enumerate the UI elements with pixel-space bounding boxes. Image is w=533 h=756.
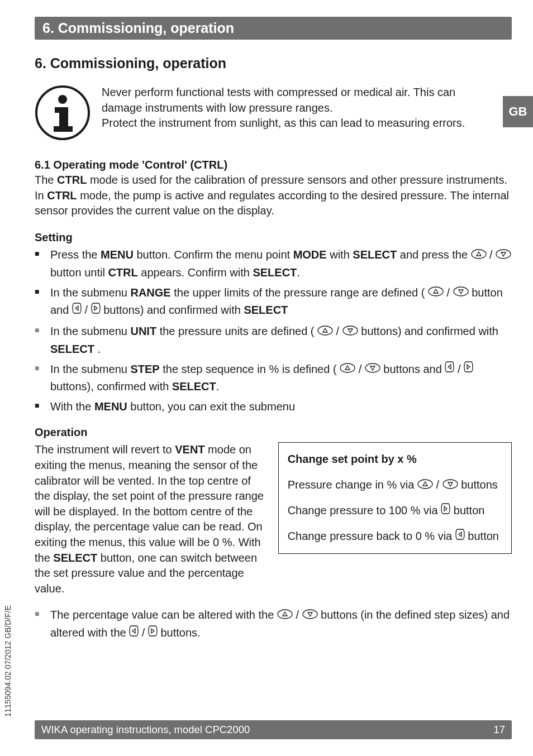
text: buttons) and confirmed with [361, 325, 498, 337]
footer-title: WIKA operating instructions, model CPC20… [41, 724, 250, 736]
down-oval-icon [453, 284, 469, 301]
setpoint-box: Change set point by x % Pressure change … [278, 442, 512, 553]
down-oval-icon [496, 247, 511, 264]
text: . [297, 266, 300, 279]
box-line: Change pressure to 100 % via button [288, 502, 502, 520]
left-rect-icon [129, 625, 139, 642]
ctrl-word: CTRL [108, 266, 137, 279]
info-notice-text: Never perform functional tests with comp… [102, 85, 512, 131]
svg-rect-6 [54, 126, 73, 132]
section-title: 6. Commissioning, operation [35, 55, 512, 71]
ctrl-word: CTRL [47, 189, 77, 202]
down-oval-icon [342, 323, 358, 340]
up-oval-icon [428, 284, 444, 301]
select-word: SELECT [53, 552, 97, 564]
text: button until [50, 266, 108, 279]
text: the pressure units are defined ( [156, 325, 317, 337]
operation-heading: Operation [35, 426, 512, 439]
box-title: Change set point by x % [288, 451, 502, 467]
text: . [94, 343, 101, 355]
text: Press the [50, 248, 101, 261]
select-word: SELECT [253, 266, 297, 279]
left-rect-icon [455, 528, 465, 545]
range-word: RANGE [130, 286, 170, 299]
unit-word: UNIT [130, 325, 156, 337]
text: The [35, 174, 57, 186]
down-oval-icon [302, 607, 318, 624]
ctrl-word: CTRL [57, 174, 87, 186]
text: with [327, 248, 353, 261]
up-oval-icon [417, 477, 433, 494]
text: the step sequence in % is defined ( [160, 363, 340, 375]
setting-list: Press the MENU button. Confirm the menu … [35, 246, 512, 415]
down-oval-icon [365, 361, 380, 377]
text: . [216, 380, 220, 393]
box-line: Change pressure back to 0 % via button [288, 528, 502, 546]
box-line: Pressure change in % via / buttons [288, 476, 502, 494]
header-bar: 6. Commissioning, operation [35, 17, 512, 40]
language-code: GB [509, 104, 527, 119]
up-oval-icon [340, 361, 355, 377]
text: In the submenu [50, 325, 130, 337]
text: The percentage value can be altered with… [50, 609, 277, 621]
page-number: 17 [493, 724, 505, 736]
right-rect-icon [441, 503, 450, 519]
text: button, you can exit the submenu [127, 400, 295, 413]
text: button. Confirm the menu point [134, 248, 293, 261]
text: mode, the pump is active and regulates a… [35, 189, 509, 217]
right-rect-icon [148, 625, 158, 642]
select-word: SELECT [50, 343, 94, 355]
text: In the submenu [50, 286, 130, 299]
document-id-side: 11155094.02 07/2012 GB/D/F/E [3, 605, 12, 717]
menu-word: MENU [94, 400, 127, 413]
text: In the submenu [50, 363, 130, 375]
header-title: 6. Commissioning, operation [42, 20, 234, 36]
right-rect-icon [91, 302, 101, 319]
language-tab: GB [503, 96, 533, 127]
list-item: In the submenu STEP the step sequence in… [35, 361, 512, 395]
up-oval-icon [317, 323, 333, 340]
select-word: SELECT [172, 380, 216, 393]
text: buttons [461, 479, 498, 491]
setting-heading: Setting [35, 231, 512, 244]
select-word: SELECT [244, 304, 288, 316]
operation-row: The instrument will revert to VENT mode … [35, 442, 512, 596]
select-word: SELECT [353, 248, 397, 261]
text: appears. Confirm with [138, 266, 253, 279]
list-item: In the submenu UNIT the pressure units a… [35, 323, 512, 357]
text: buttons), confirmed with [50, 380, 172, 393]
list-item: With the MENU button, you can exit the s… [35, 398, 512, 415]
text: Change pressure back to 0 % via [288, 530, 455, 542]
text: With the [50, 400, 94, 413]
text: Change pressure to 100 % via [288, 504, 441, 516]
up-oval-icon [277, 607, 293, 624]
text: Pressure change in % via [288, 479, 417, 491]
list-item: The percentage value can be altered with… [35, 606, 512, 642]
up-oval-icon [471, 247, 487, 264]
text: buttons. [160, 626, 200, 639]
svg-point-3 [58, 95, 67, 104]
info-icon [35, 85, 91, 143]
footer-bar: WIKA operating instructions, model CPC20… [35, 720, 512, 739]
text: the upper limits of the pressure range a… [171, 286, 428, 299]
menu-word: MENU [101, 248, 134, 261]
svg-rect-5 [59, 107, 68, 128]
text: mode on exiting the menus, meaning the s… [35, 443, 264, 563]
list-item: Press the MENU button. Confirm the menu … [35, 246, 512, 281]
text: The instrument will revert to [35, 443, 175, 456]
operation-paragraph: The instrument will revert to VENT mode … [35, 442, 268, 596]
right-rect-icon [464, 361, 473, 377]
down-oval-icon [442, 477, 458, 494]
left-rect-icon [445, 361, 454, 377]
text: button [468, 530, 499, 542]
ctrl-heading: 6.1 Operating mode 'Control' (CTRL) [35, 159, 512, 171]
text: buttons) and confirmed with [103, 304, 244, 316]
ctrl-paragraph: The CTRL mode is used for the calibratio… [35, 173, 512, 219]
step-word: STEP [130, 363, 159, 375]
info-notice-row: Never perform functional tests with comp… [35, 85, 512, 143]
text: button [454, 504, 485, 516]
list-item: In the submenu RANGE the upper limits of… [35, 284, 512, 319]
mode-word: MODE [293, 248, 327, 261]
last-bullet-list: The percentage value can be altered with… [35, 606, 512, 642]
vent-word: VENT [175, 443, 204, 456]
